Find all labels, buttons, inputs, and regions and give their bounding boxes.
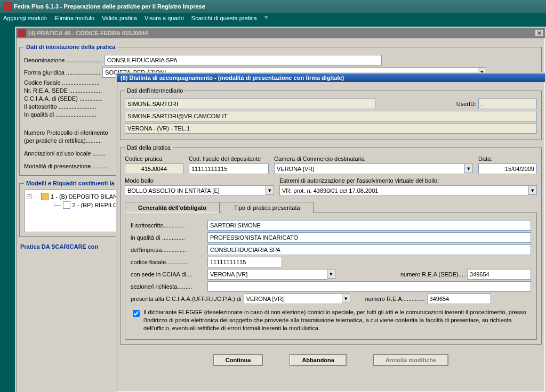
menubar: Aggiungi modulo Elimina modulo Valida pr… [0, 13, 546, 23]
window-distinta-title: (8) Distinta di accompagnamento - (modal… [118, 75, 543, 81]
menu-scarichi[interactable]: Scarichi di questa pratica [191, 15, 257, 21]
btn-continua[interactable]: Continua [213, 354, 263, 366]
input-codprat[interactable] [125, 164, 183, 174]
input-intermediario-email[interactable] [125, 111, 537, 121]
app-titlebar: Fedra Plus 6.1.3 - Preparazione delle pr… [0, 0, 546, 13]
lbl-forma: Forma giuridica ..................... [24, 69, 100, 76]
input-g-presenta[interactable] [244, 293, 342, 304]
input-g-sede[interactable] [207, 269, 327, 280]
app-title: Fedra Plus 6.1.3 - Preparazione delle pr… [14, 3, 205, 10]
input-g-impresa[interactable] [207, 244, 531, 255]
lbl-g-sede: con sede in CCIAA di.... [131, 271, 205, 277]
lbl-g-rea2: numero R.E.A.............. [365, 296, 425, 302]
lbl-denominazione: Denominazione ...................... [24, 57, 102, 63]
input-userid[interactable] [478, 99, 537, 109]
window-distinta-titlebar[interactable]: (8) Distinta di accompagnamento - (modal… [117, 74, 545, 82]
page-icon [63, 201, 70, 209]
lbl-g-sottoscritto: Il sottoscritto............. [131, 222, 205, 228]
input-g-rea1[interactable] [467, 269, 531, 280]
fs-intermediario-legend: Dati dell'intermediario [125, 87, 185, 94]
input-bollo[interactable] [125, 185, 266, 196]
window-pratica-title: (4) PRATICA 46 - CODICE FEDRA 415J0044 [28, 30, 535, 36]
folder-icon [41, 193, 49, 200]
tabs: Generalità dell'obbligato Tipo di pratic… [125, 201, 537, 213]
input-cfdep[interactable] [189, 164, 269, 174]
lbl-protocollo1: Numero Protocollo di riferimento [24, 129, 108, 136]
lbl-cciaa: C.C.I.A.A. di (SEDE) .............. [24, 95, 102, 102]
input-denominazione[interactable] [105, 55, 382, 66]
lbl-rea: Nr. R.E.A. SEDE .................... [24, 87, 102, 94]
input-g-rea2[interactable] [427, 293, 491, 304]
input-g-sezione[interactable] [207, 281, 531, 292]
btn-abbandona[interactable]: Abbandona [290, 354, 347, 366]
lbl-qualita: In qualità di ......................... [24, 111, 97, 118]
lbl-sottoscritto: Il sottoscritto ....................... [24, 103, 96, 110]
input-camera[interactable] [274, 164, 464, 174]
lbl-cfdep: Cod. fiscale del depositante [189, 156, 261, 162]
fs-dati-pratica: Dati della pratica Codice pratica Cod. f… [120, 144, 542, 345]
chevron-down-icon[interactable]: ▾ [464, 164, 473, 173]
lbl-estremi: Estremi di autorizzazione per l'assolvim… [279, 177, 439, 184]
chevron-down-icon[interactable]: ▾ [528, 185, 537, 195]
menu-visura[interactable]: Visura a quadri [144, 15, 184, 21]
input-estremi[interactable] [279, 185, 528, 196]
lbl-g-presenta: presenta alla C.C.I.A.A.(UFF.R.I./C.P.A.… [131, 296, 242, 302]
lbl-protocollo2: (per pratiche di rettifica).......... [24, 137, 102, 144]
lbl-bollo: Modo bollo [125, 177, 154, 184]
lbl-codprat: Codice pratica [125, 156, 162, 162]
lbl-annotazioni: Annotazioni ad uso locale ........ [24, 150, 106, 157]
input-g-cf[interactable] [207, 257, 282, 267]
lbl-g-impresa: dell'impresa............... [131, 247, 205, 253]
close-icon[interactable]: ✕ [535, 29, 543, 37]
window-icon [18, 29, 26, 37]
menu-aggiungi[interactable]: Aggiungi modulo [3, 15, 47, 21]
chevron-down-icon[interactable]: ▾ [327, 269, 335, 279]
menu-valida[interactable]: Valida pratica [102, 15, 137, 21]
window-distinta: (8) Distinta di accompagnamento - (modal… [116, 72, 546, 392]
fs-dati-pratica-legend: Dati della pratica [125, 144, 173, 151]
btn-annulla: Annulla modifiche [373, 354, 448, 366]
lbl-data: Data: [478, 156, 492, 162]
tab-tipo-pratica[interactable]: Tipo di pratica presentata [221, 202, 314, 213]
input-data[interactable] [478, 164, 537, 174]
lbl-g-rea1: numero R.E.A (SEDE).... [400, 271, 465, 277]
text-dichiarante: Il dichiarante ELEGGE (deselezionare in … [143, 308, 531, 332]
lbl-g-qualita: in qualità di .............. [131, 234, 205, 241]
tree-collapse-icon[interactable]: − [27, 194, 31, 199]
tab-body-generalita: Il sottoscritto............. in qualità … [125, 213, 537, 340]
lbl-g-cf: codice fiscale.............. [131, 259, 205, 265]
lbl-cf: Codice fiscale ....................... [24, 79, 100, 86]
checkbox-elegge[interactable] [133, 310, 140, 317]
chevron-down-icon[interactable]: ▾ [342, 293, 350, 303]
app-icon [3, 2, 12, 11]
fs-intermediario: Dati dell'intermediario UserID: [120, 87, 542, 140]
tab-generalita[interactable]: Generalità dell'obbligato [125, 202, 220, 213]
input-intermediario-nome[interactable] [125, 99, 375, 109]
window-pratica-titlebar[interactable]: (4) PRATICA 46 - CODICE FEDRA 415J0044 ✕ [16, 28, 545, 38]
lbl-modalita: Modalità di presentazione ......... [24, 163, 107, 169]
input-intermediario-loc[interactable] [125, 123, 537, 134]
menu-help[interactable]: ? [264, 15, 268, 21]
fs-intestazione-legend: Dati di intestazione della pratica [24, 44, 118, 50]
input-g-qualita[interactable] [207, 232, 531, 243]
lbl-g-sezione: sezione/i richiesta......... [131, 283, 205, 290]
menu-elimina[interactable]: Elimina modulo [54, 15, 94, 21]
lbl-camera: Camera di Commercio destinataria [274, 156, 365, 162]
lbl-userid: UserID: [456, 101, 476, 107]
chevron-down-icon[interactable]: ▾ [266, 185, 274, 195]
input-g-sottoscritto[interactable] [207, 220, 531, 231]
